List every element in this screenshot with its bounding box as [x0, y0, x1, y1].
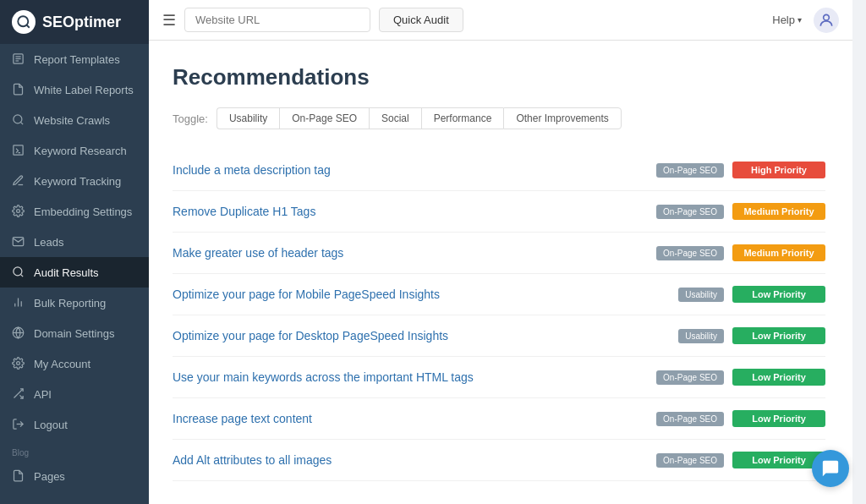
sidebar-logo[interactable]: SEOptimer: [0, 0, 149, 44]
sidebar-item-keyword-research[interactable]: Keyword Research: [0, 135, 149, 166]
recommendation-category: On-Page SEO: [656, 205, 724, 219]
user-avatar[interactable]: [814, 8, 839, 33]
sidebar-item-label: Pages: [34, 470, 65, 483]
filter-btn-on-page-seo[interactable]: On-Page SEO: [279, 107, 369, 129]
svg-point-18: [17, 362, 20, 365]
blog-section-label: Blog: [0, 440, 149, 461]
recommendation-title[interactable]: Optimize your page for Mobile PageSpeed …: [173, 288, 678, 301]
svg-line-1: [26, 25, 29, 27]
recommendation-title[interactable]: Remove Duplicate H1 Tags: [173, 205, 656, 218]
sidebar-item-leads[interactable]: Leads: [0, 227, 149, 257]
report-templates-icon: [12, 52, 25, 66]
sidebar-item-label: Logout: [34, 419, 68, 431]
pages-icon: [12, 469, 25, 483]
sidebar-item-report-templates[interactable]: Report Templates: [0, 44, 149, 74]
filter-toggle-row: Toggle: UsabilityOn-Page SEOSocialPerfor…: [173, 107, 825, 129]
sidebar-item-my-account[interactable]: My Account: [0, 348, 149, 379]
recommendation-category: On-Page SEO: [656, 453, 724, 468]
leads-icon: [12, 235, 25, 249]
sidebar-item-label: Keyword Research: [34, 145, 127, 157]
priority-badge: Medium Priority: [732, 244, 825, 261]
sidebar-item-white-label-reports[interactable]: White Label Reports: [0, 74, 149, 105]
sidebar-item-embedding-settings[interactable]: Embedding Settings: [0, 196, 149, 227]
recommendation-title[interactable]: Optimize your page for Desktop PageSpeed…: [173, 329, 678, 342]
recommendation-row: Add Alt attributes to all images On-Page…: [173, 440, 825, 481]
recommendation-title[interactable]: Include a meta description tag: [173, 163, 656, 177]
recommendation-title[interactable]: Use your main keywords across the import…: [173, 370, 656, 384]
recommendation-title[interactable]: Add Alt attributes to all images: [173, 453, 656, 467]
filter-btn-performance[interactable]: Performance: [421, 107, 504, 129]
sidebar-item-domain-settings[interactable]: Domain Settings: [0, 318, 149, 348]
sidebar-item-audit-results[interactable]: Audit Results: [0, 257, 149, 288]
recommendation-title[interactable]: Increase page text content: [173, 412, 656, 425]
recommendation-category: On-Page SEO: [656, 370, 724, 385]
priority-badge: Low Priority: [732, 369, 825, 386]
filter-btn-other-improvements[interactable]: Other Improvements: [503, 107, 621, 129]
right-sidebar-spacer: [852, 0, 866, 504]
svg-line-12: [20, 274, 23, 277]
sidebar-blog: Pages: [0, 461, 149, 491]
sidebar: SEOptimer Report Templates White Label R…: [0, 0, 149, 504]
chat-bubble[interactable]: [812, 450, 849, 487]
main-content: ☰ Quick Audit Help ▾ Recommendations Tog…: [149, 0, 852, 504]
svg-point-11: [14, 267, 22, 276]
menu-icon[interactable]: ☰: [162, 11, 176, 30]
filter-btn-social[interactable]: Social: [369, 107, 421, 129]
filter-btn-usability[interactable]: Usability: [216, 107, 279, 129]
recommendation-category: Usability: [678, 329, 724, 343]
recommendation-row: Use your main keywords across the import…: [173, 357, 825, 398]
logo-icon: [12, 10, 36, 34]
svg-line-7: [20, 122, 23, 124]
sidebar-item-label: Report Templates: [34, 53, 120, 66]
priority-badge: Low Priority: [732, 327, 825, 344]
recommendation-category: On-Page SEO: [656, 412, 724, 426]
quick-audit-button[interactable]: Quick Audit: [379, 8, 463, 32]
embedding-settings-icon: [12, 205, 25, 218]
recommendation-title[interactable]: Make greater use of header tags: [173, 246, 656, 260]
sidebar-item-logout[interactable]: Logout: [0, 409, 149, 440]
topbar-right: Help ▾: [772, 8, 839, 33]
help-button[interactable]: Help ▾: [772, 14, 802, 26]
white-label-reports-icon: [12, 83, 25, 96]
logout-icon: [12, 418, 25, 431]
svg-point-10: [17, 210, 20, 213]
sidebar-item-label: White Label Reports: [34, 84, 134, 96]
logo-text: SEOptimer: [42, 14, 121, 31]
chevron-down-icon: ▾: [797, 15, 802, 25]
sidebar-item-pages[interactable]: Pages: [0, 461, 149, 491]
sidebar-item-bulk-reporting[interactable]: Bulk Reporting: [0, 288, 149, 318]
audit-results-icon: [12, 266, 25, 279]
bulk-reporting-icon: [12, 296, 25, 310]
sidebar-item-label: Audit Results: [34, 266, 99, 279]
sidebar-item-label: Website Crawls: [34, 114, 110, 127]
sidebar-item-label: Embedding Settings: [34, 205, 132, 218]
sidebar-nav: Report Templates White Label Reports Web…: [0, 44, 149, 440]
recommendations-list: Include a meta description tag On-Page S…: [173, 150, 825, 481]
svg-point-22: [824, 14, 830, 20]
topbar: ☰ Quick Audit Help ▾: [149, 0, 852, 41]
priority-badge: Medium Priority: [732, 203, 825, 220]
keyword-research-icon: [12, 144, 25, 157]
sidebar-item-website-crawls[interactable]: Website Crawls: [0, 105, 149, 135]
recommendation-row: Include a meta description tag On-Page S…: [173, 150, 825, 191]
recommendation-category: On-Page SEO: [656, 163, 724, 178]
sidebar-item-keyword-tracking[interactable]: Keyword Tracking: [0, 166, 149, 196]
api-icon: [12, 387, 25, 401]
sidebar-item-label: My Account: [34, 358, 90, 370]
website-crawls-icon: [12, 113, 25, 127]
content-area: Recommendations Toggle: UsabilityOn-Page…: [149, 41, 852, 504]
url-input[interactable]: [184, 8, 370, 32]
sidebar-item-label: Leads: [34, 236, 63, 249]
priority-badge: High Priority: [732, 162, 825, 178]
domain-settings-icon: [12, 326, 25, 340]
priority-badge: Low Priority: [732, 410, 825, 427]
recommendation-category: Usability: [678, 288, 724, 302]
recommendation-row: Make greater use of header tags On-Page …: [173, 233, 825, 274]
recommendation-category: On-Page SEO: [656, 246, 724, 260]
recommendation-row: Optimize your page for Desktop PageSpeed…: [173, 315, 825, 357]
svg-point-6: [14, 115, 22, 123]
sidebar-item-label: Bulk Reporting: [34, 297, 106, 310]
svg-point-0: [18, 16, 28, 26]
sidebar-item-api[interactable]: API: [0, 379, 149, 409]
sidebar-item-label: Keyword Tracking: [34, 175, 121, 188]
